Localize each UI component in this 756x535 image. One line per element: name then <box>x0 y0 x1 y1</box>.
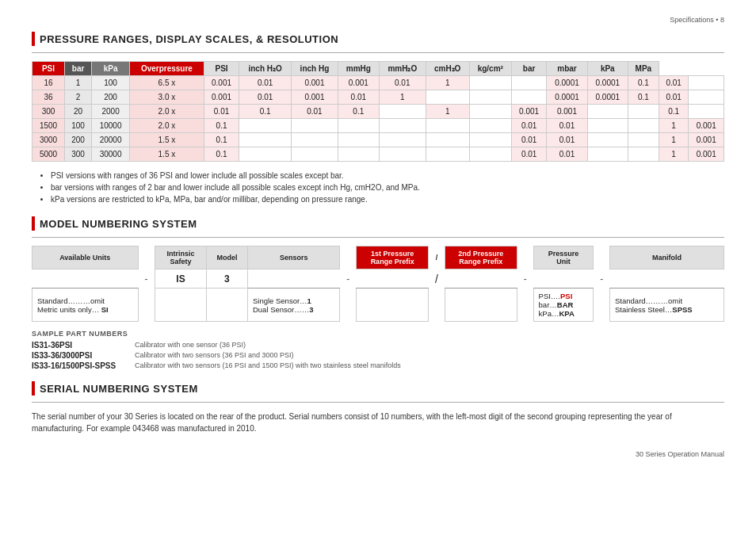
th-second-pressure: 2nd PressureRange Prefix <box>445 246 517 269</box>
col-bar2: bar <box>511 62 546 76</box>
model-line-row: - IS 3 - / - - <box>32 269 724 289</box>
table-row: 5000300300001.5 x0.10.010.0110.001 <box>32 147 724 162</box>
part-num-2: IS33-36/3000PSI <box>32 351 135 360</box>
sample-part-2: IS33-36/3000PSI Calibrator with two sens… <box>32 351 724 360</box>
slash-cell: / <box>429 269 445 289</box>
model-title: MODEL NUMBERING SYSTEM <box>40 218 197 230</box>
sample-part-3: IS33-16/1500PSI-SPSS Calibrator with two… <box>32 361 724 370</box>
th-manifold: Manifold <box>610 246 724 269</box>
table-row: 1611006.5 x0.0010.010.0010.0010.0110.000… <box>32 76 724 90</box>
col-overpressure: Overpressure <box>130 62 204 76</box>
header-text: Specifications • 8 <box>670 16 724 24</box>
footer-text: 30 Series Operation Manual <box>636 450 724 458</box>
sample-part-1: IS31-36PSI Calibrator with one sensor (3… <box>32 341 724 350</box>
page-header: Specifications • 8 <box>32 16 724 24</box>
is-cell: IS <box>155 269 207 289</box>
col-psi: PSI <box>32 62 65 76</box>
table-row: 3622003.0 x0.0010.010.0010.0110.00010.00… <box>32 90 724 105</box>
part-desc-2: Calibrator with two sensors (36 PSI and … <box>135 351 294 360</box>
serial-title: SERIAL NUMBERING SYSTEM <box>40 383 198 395</box>
col-cmh2o: cmH₂O <box>426 62 469 76</box>
part-desc-3: Calibrator with two sensors (16 PSI and … <box>135 361 401 370</box>
model-table-container: Available Units IntrinsicSafety Model Se… <box>32 246 724 322</box>
note-3: kPa versions are restricted to kPa, MPa,… <box>51 195 724 204</box>
th-dash2 <box>340 246 357 269</box>
th-pressure-unit: PressureUnit <box>533 246 594 269</box>
unit-opt-2: Metric units only… SI <box>37 305 133 314</box>
pressure-section-title: PRESSURE RANGES, DISPLAY SCALES, & RESOL… <box>32 32 724 46</box>
title-divider <box>32 52 724 53</box>
serial-divider <box>32 402 724 403</box>
col-bar: bar <box>65 62 92 76</box>
th-intrinsic: IntrinsicSafety <box>155 246 207 269</box>
page-footer: 30 Series Operation Manual <box>32 450 724 458</box>
pu-opt-3: kPa…KPA <box>539 309 589 318</box>
th-dash1 <box>138 246 155 269</box>
part-desc-1: Calibrator with one sensor (36 PSI) <box>135 341 246 350</box>
col-psi2: PSI <box>204 62 239 76</box>
th-model: Model <box>206 246 247 269</box>
model-table: Available Units IntrinsicSafety Model Se… <box>32 246 724 322</box>
manifold-opt-1: Standard………omit <box>615 296 719 305</box>
title-bar-icon <box>32 32 35 46</box>
table-row: 1500100100002.0 x0.10.010.0110.001 <box>32 119 724 133</box>
table-row: 3000200200001.5 x0.10.010.0110.001 <box>32 133 724 147</box>
part-num-3: IS33-16/1500PSI-SPSS <box>32 361 135 370</box>
th-dash4 <box>594 246 610 269</box>
col-kpa: kPa <box>92 62 130 76</box>
col-mmh2o: mmH₂O <box>379 62 426 76</box>
manifold-options: Standard………omit Stainless Steel…SPSS <box>610 289 724 322</box>
model-options-row: Standard………omit Metric units only… SI Si… <box>32 289 724 322</box>
pressure-table-container: PSI bar kPa Overpressure PSI inch H₂O in… <box>32 61 724 162</box>
unit-opt-1: Standard………omit <box>37 296 133 305</box>
model-section-title: MODEL NUMBERING SYSTEM <box>32 216 724 231</box>
pu-opt-1: PSI….PSI <box>539 292 589 300</box>
model-title-bar-icon <box>32 216 35 231</box>
sensor-options: Single Sensor…1 Dual Sensor……3 <box>247 289 339 322</box>
sensor-opt-2: Dual Sensor……3 <box>253 305 334 314</box>
pressure-unit-options: PSI….PSI bar…BAR kPa…KPA <box>533 289 594 322</box>
col-inch-h2o: inch H₂O <box>239 62 292 76</box>
units-options: Standard………omit Metric units only… SI <box>32 289 139 322</box>
th-first-pressure: 1st PressureRange Prefix <box>357 246 429 269</box>
sample-parts-title: SAMPLE PART NUMBERS <box>32 330 724 338</box>
th-sensors: Sensors <box>247 246 339 269</box>
th-available-units: Available Units <box>32 246 139 269</box>
dash2-cell: - <box>340 269 357 289</box>
note-2: bar versions with ranges of 2 bar and lo… <box>51 183 724 192</box>
col-mbar: mbar <box>547 62 587 76</box>
pressure-title: PRESSURE RANGES, DISPLAY SCALES, & RESOL… <box>40 33 338 45</box>
dash4-cell: - <box>594 269 610 289</box>
serial-text: The serial number of your 30 Series is l… <box>32 411 724 434</box>
manifold-opt-2: Stainless Steel…SPSS <box>615 305 719 314</box>
sample-parts-list: IS31-36PSI Calibrator with one sensor (3… <box>32 341 724 370</box>
col-mpa: MPa <box>628 62 659 76</box>
pressure-notes: PSI versions with ranges of 36 PSI and l… <box>40 171 724 204</box>
pu-opt-2: bar…BAR <box>539 300 589 309</box>
col-kpa2: kPa <box>587 62 628 76</box>
part-num-1: IS31-36PSI <box>32 341 135 350</box>
dash3-cell: - <box>517 269 533 289</box>
pressure-table: PSI bar kPa Overpressure PSI inch H₂O in… <box>32 61 724 162</box>
serial-section-title: SERIAL NUMBERING SYSTEM <box>32 381 724 396</box>
col-mmhg: mmHg <box>338 62 379 76</box>
sensor-opt-1: Single Sensor…1 <box>253 296 334 305</box>
col-kg-cm2: kg/cm² <box>469 62 511 76</box>
note-1: PSI versions with ranges of 36 PSI and l… <box>51 171 724 180</box>
th-dash3 <box>517 246 533 269</box>
serial-title-bar-icon <box>32 381 35 396</box>
th-slash: / <box>429 246 445 269</box>
model-divider <box>32 237 724 238</box>
col-inch-hg: inch Hg <box>292 62 338 76</box>
model-num-cell: 3 <box>206 269 247 289</box>
table-row: 3002020002.0 x0.010.10.010.110.0010.0010… <box>32 105 724 119</box>
